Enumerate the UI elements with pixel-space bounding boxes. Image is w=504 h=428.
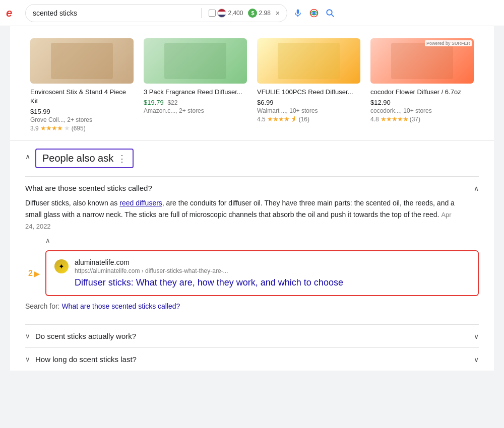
product-card-4[interactable]: Powered by SURFER cocodor Flower Diffuse…: [365, 34, 479, 136]
source-title-link[interactable]: Diffuser sticks: What they are, how they…: [75, 277, 470, 288]
source-number: 2 ▶: [28, 268, 40, 278]
main-content: Enviroscent Stix & Stand 4 Piece Kit $15…: [10, 26, 494, 371]
chevron-down-icon-3: ∨: [25, 355, 30, 363]
reed-diffusers-link[interactable]: reed diffusers: [119, 199, 162, 207]
product-image-1: [30, 38, 134, 84]
products-section: Enviroscent Stix & Stand 4 Piece Kit $15…: [10, 26, 494, 140]
qa-expand-2[interactable]: ∨: [474, 332, 479, 340]
source-url: https://aluminatelife.com › diffuser-sti…: [75, 267, 470, 274]
product-price-1: $15.99: [30, 108, 134, 115]
search-button[interactable]: [325, 8, 336, 19]
product-name-4: cocodor Flower Diffuser / 6.7oz: [370, 88, 474, 97]
source-collapse-icon[interactable]: ∧: [45, 237, 50, 244]
chevron-up-icon: ∧: [25, 153, 30, 161]
paa-header-box: People also ask ⋮: [35, 149, 134, 168]
price-counter: $ 2.98: [248, 9, 270, 18]
qa-date-1: Apr 24, 2022: [25, 211, 452, 230]
page-counter: 2,400: [209, 9, 243, 18]
product-card-2[interactable]: 3 Pack Fragrance Reed Diffuser... $19.79…: [139, 34, 252, 136]
qa-expand-3[interactable]: ∨: [474, 355, 479, 364]
powered-by-badge: Powered by SURFER: [425, 40, 472, 46]
source-favicon: ✦: [54, 259, 69, 273]
paa-menu-icon[interactable]: ⋮: [117, 153, 127, 164]
product-price-4: $12.90: [370, 99, 474, 106]
qa-item-3: ∨ How long do scent sticks last? ∨: [25, 347, 479, 371]
dollar-icon: $: [248, 9, 257, 18]
chevron-down-icon-2: ∨: [25, 332, 30, 340]
qa-collapsed-left-3: ∨ How long do scent sticks last?: [25, 355, 137, 364]
qa-question-2: Do scent sticks actually work?: [35, 332, 136, 340]
product-rating-3: 4.5 ★★★★⯨ (16): [257, 115, 360, 123]
qa-question-3: How long do scent sticks last?: [35, 355, 137, 364]
qa-chevron-1[interactable]: ∧: [474, 184, 479, 192]
clear-button[interactable]: ×: [276, 9, 280, 17]
qa-item-1: What are those scented sticks called? ∧ …: [25, 176, 479, 324]
search-divider: [201, 8, 202, 18]
product-price-3: $6.99: [257, 99, 360, 106]
product-name-1: Enviroscent Stix & Stand 4 Piece Kit: [30, 88, 134, 106]
search-for-row: Search for: What are those scented stick…: [25, 302, 479, 310]
svg-point-3: [312, 11, 316, 15]
product-name-3: VFULIE 100PCS Reed Diffuser...: [257, 88, 360, 97]
product-card-3[interactable]: VFULIE 100PCS Reed Diffuser... $6.99 Wal…: [252, 34, 365, 136]
products-row: Enviroscent Stix & Stand 4 Piece Kit $15…: [10, 34, 494, 136]
qa-item-2: ∨ Do scent sticks actually work? ∨: [25, 324, 479, 347]
product-price-2: $19.79 $22: [144, 99, 247, 106]
product-store-2: Amazon.c..., 2+ stores: [144, 107, 247, 114]
product-store-3: Walmart ..., 10+ stores: [257, 107, 360, 114]
product-rating-4: 4.8 ★★★★★ (37): [370, 115, 474, 123]
source-info: aluminatelife.com https://aluminatelife.…: [75, 258, 470, 288]
source-card-1[interactable]: 2 ▶ ✦ aluminatelife.com https://aluminat…: [45, 250, 479, 296]
svg-rect-0: [297, 9, 299, 14]
browser-bar: e scented sticks 2,400 $ 2.98 ×: [0, 0, 504, 26]
product-name-2: 3 Pack Fragrance Reed Diffuser...: [144, 88, 247, 97]
flag-icon: [217, 9, 226, 18]
product-store-4: cocodork..., 10+ stores: [370, 107, 474, 114]
paa-collapse-button[interactable]: ∧: [25, 153, 30, 161]
browser-toolbar-icons: 2,400 $ 2.98 ×: [209, 9, 280, 18]
paa-title: People also ask: [42, 153, 113, 164]
google-logo: e: [6, 7, 20, 20]
source-card-wrapper: ∧ 2 ▶ ✦ aluminatelife.com https://alumin…: [45, 236, 479, 296]
qa-question-row-3[interactable]: ∨ How long do scent sticks last? ∨: [25, 355, 479, 364]
lens-icon[interactable]: [308, 8, 320, 19]
search-input[interactable]: scented sticks: [33, 9, 197, 17]
product-rating-1: 3.9 ★★★★★ (695): [30, 124, 134, 132]
mic-icon[interactable]: [292, 8, 303, 19]
search-for-link[interactable]: What are those scented sticks called?: [61, 302, 180, 310]
qa-collapsed-left-2: ∨ Do scent sticks actually work?: [25, 332, 136, 340]
qa-question-row-1[interactable]: What are those scented sticks called? ∧: [25, 184, 479, 192]
svg-line-5: [332, 14, 334, 16]
product-card-1[interactable]: Enviroscent Stix & Stand 4 Piece Kit $15…: [25, 34, 139, 136]
paa-header-row: ∧ People also ask ⋮: [25, 149, 479, 168]
qa-collapse-row: ∧: [45, 236, 479, 244]
people-also-ask-section: ∧ People also ask ⋮ What are those scent…: [10, 149, 494, 371]
product-image-2: [144, 38, 247, 84]
source-domain: aluminatelife.com: [75, 258, 470, 266]
search-for-label: Search for:: [25, 302, 61, 310]
qa-answer-1: Diffuser sticks, also known as reed diff…: [25, 197, 479, 232]
qa-question-row-2[interactable]: ∨ Do scent sticks actually work? ∨: [25, 332, 479, 340]
product-image-3: [257, 38, 360, 84]
qa-question-1: What are those scented sticks called?: [25, 184, 152, 192]
search-bar[interactable]: scented sticks 2,400 $ 2.98 ×: [25, 4, 287, 22]
product-store-1: Grove Coll..., 2+ stores: [30, 116, 134, 123]
product-image-4: Powered by SURFER: [370, 38, 474, 84]
